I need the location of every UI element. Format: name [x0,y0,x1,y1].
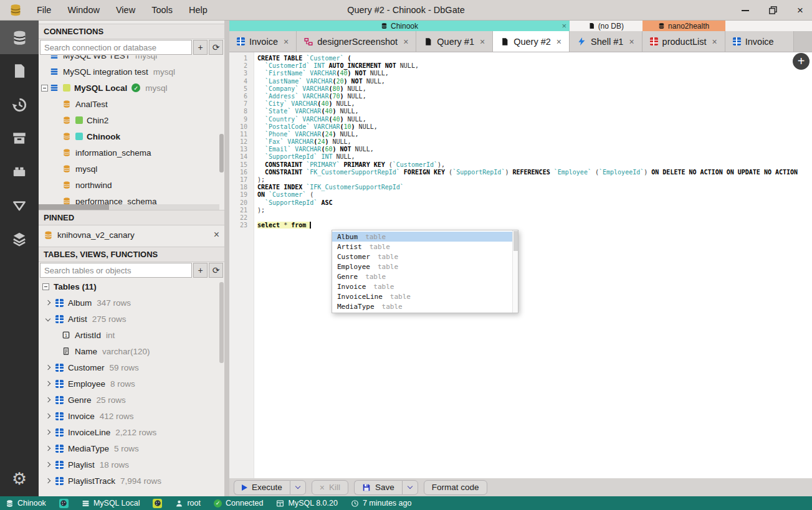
autocomplete-item-customer[interactable]: Customertable [332,252,518,262]
menu-window[interactable]: Window [59,0,108,21]
refresh-connections-button[interactable]: ⟳ [209,40,223,55]
collapse-icon[interactable] [41,85,48,92]
tables-root-item[interactable]: Tables (11) [39,278,224,295]
code-line-18[interactable]: CREATE INDEX `IFK_CustomerSupportRepId` [257,184,812,191]
autocomplete-item-album[interactable]: Albumtable [332,232,518,242]
code-line-1[interactable]: CREATE TABLE `Customer` ( [257,55,812,62]
table-item-invoice[interactable]: Invoice412 rows [39,408,224,424]
code-line-21[interactable]: ); [257,207,812,214]
close-tab-button[interactable]: × [629,37,634,47]
chevron-right-icon[interactable] [45,300,50,305]
chevron-right-icon[interactable] [45,446,50,451]
tab-invoice[interactable]: Invoice× [229,31,297,52]
unpin-button[interactable]: × [214,229,219,240]
tab-group-header[interactable]: nano2health [642,21,725,31]
status-color-chip[interactable] [59,499,69,508]
code-line-4[interactable]: `LastName` VARCHAR(20) NOT NULL, [257,78,812,85]
tab-group-header[interactable] [725,21,794,31]
autocomplete-item-artist[interactable]: Artisttable [332,242,518,252]
menu-help[interactable]: Help [181,0,216,21]
code-line-7[interactable]: `City` VARCHAR(40) NULL, [257,100,812,108]
chevron-right-icon[interactable] [45,365,50,370]
autocomplete-item-invoiceline[interactable]: InvoiceLinetable [332,291,518,301]
table-item-employee[interactable]: Employee8 rows [39,375,224,392]
connections-horizontal-scrollbar[interactable] [39,204,219,210]
rail-files-button[interactable] [0,54,39,88]
menu-tools[interactable]: Tools [143,0,181,21]
code-line-2[interactable]: `CustomerId` INT AUTO_INCREMENT NOT NULL… [257,62,812,70]
execute-dropdown-button[interactable] [290,480,306,495]
table-item-invoiceline[interactable]: InvoiceLine2,212 rows [39,424,224,440]
chevron-right-icon[interactable] [45,381,50,386]
minimize-button[interactable] [740,5,751,16]
tab-group-header[interactable]: Chinook× [229,21,570,31]
tab-invoice[interactable]: Invoice [725,31,794,52]
tab-designerscreenshot[interactable]: designerScreenshot× [297,31,416,52]
connections-vertical-scrollbar[interactable] [219,134,224,172]
add-connection-button[interactable]: + [193,40,208,55]
close-tab-button[interactable]: × [284,37,289,47]
database-item[interactable]: Chinook [39,128,224,144]
status-7-minutes-ago[interactable]: 7 minutes ago [351,499,412,508]
chevron-right-icon[interactable] [45,430,50,435]
refresh-tables-button[interactable]: ⟳ [209,263,223,278]
database-item[interactable]: mysql [39,161,224,177]
pinned-item[interactable]: knihovna_v2_canary × [39,225,224,244]
autocomplete-item-invoice[interactable]: Invoicetable [332,281,518,291]
tables-search-input[interactable] [40,263,192,278]
table-item-playlist[interactable]: Playlist18 rows [39,456,224,473]
chevron-right-icon[interactable] [45,462,50,467]
rail-cell-data-button[interactable] [0,222,39,256]
connections-search-input[interactable] [40,40,192,55]
kill-button[interactable]: × Kill [312,480,348,495]
connection-item[interactable]: MySQL WB TESTmysql [39,55,224,64]
connection-item[interactable]: MySQL integration testmysql [39,64,224,80]
save-button[interactable]: Save [354,480,402,495]
code-line-3[interactable]: `FirstName` VARCHAR(40) NOT NULL, [257,70,812,77]
code-line-16[interactable]: CONSTRAINT `FK_CustomerSupportRepId` FOR… [257,169,812,176]
code-line-8[interactable]: `State` VARCHAR(40) NULL, [257,108,812,115]
chevron-right-icon[interactable] [45,478,50,483]
save-dropdown-button[interactable] [402,480,418,495]
code-line-9[interactable]: `Country` VARCHAR(40) NULL, [257,116,812,123]
code-line-10[interactable]: `PostalCode` VARCHAR(10) NULL, [257,123,812,131]
execute-button[interactable]: Execute [234,480,290,495]
table-item-playlisttrack[interactable]: PlaylistTrack7,994 rows [39,473,224,489]
close-group-button[interactable]: × [561,21,566,31]
restore-button[interactable] [767,5,778,16]
tab-group-header[interactable]: (no DB) [570,21,642,31]
code-line-19[interactable]: ON `Customer` ( [257,191,812,199]
code-line-17[interactable]: ); [257,176,812,184]
panel-divider[interactable] [224,21,229,496]
code-line-15[interactable]: CONSTRAINT `PRIMARY` PRIMARY KEY (`Custo… [257,161,812,169]
rail-archive-button[interactable] [0,121,39,155]
table-item-genre[interactable]: Genre25 rows [39,392,224,408]
connection-item[interactable]: MySQL Local✓mysql [39,80,224,96]
tab-productlist[interactable]: productList× [642,31,725,52]
code-line-11[interactable]: `Phone` VARCHAR(24) NULL, [257,131,812,138]
code-line-6[interactable]: `Address` VARCHAR(70) NULL, [257,93,812,100]
database-item[interactable]: information_schema [39,144,224,161]
chevron-right-icon[interactable] [45,413,50,418]
close-tab-button[interactable]: × [712,37,717,47]
table-item-mediatype[interactable]: MediaType5 rows [39,440,224,456]
close-button[interactable]: × [795,5,806,16]
rail-settings-button[interactable]: ⚙ [0,461,39,496]
table-item-album[interactable]: Album347 rows [39,295,224,311]
new-tab-button[interactable]: + [793,53,810,70]
close-tab-button[interactable]: × [480,37,485,47]
code-line-20[interactable]: `SupportRepId` ASC [257,199,812,207]
rail-plugins-button[interactable] [0,155,39,189]
code-line-23[interactable]: select * from [257,222,812,229]
chevron-right-icon[interactable] [45,397,50,402]
autocomplete-item-genre[interactable]: Genretable [332,272,518,281]
sql-editor[interactable]: 1234567891011121314151617181920212223 CR… [229,52,812,478]
tab-query-2[interactable]: Query #2× [493,31,570,52]
table-item-customer[interactable]: Customer59 rows [39,359,224,375]
database-item[interactable]: northwind [39,177,224,193]
add-object-button[interactable]: + [193,263,208,278]
status-connected[interactable]: ✓Connected [214,499,263,508]
autocomplete-item-employee[interactable]: Employeetable [332,262,518,272]
tab-shell-1[interactable]: Shell #1× [570,31,642,52]
status-mysql-8-0-20[interactable]: MySQL 8.0.20 [276,499,337,508]
